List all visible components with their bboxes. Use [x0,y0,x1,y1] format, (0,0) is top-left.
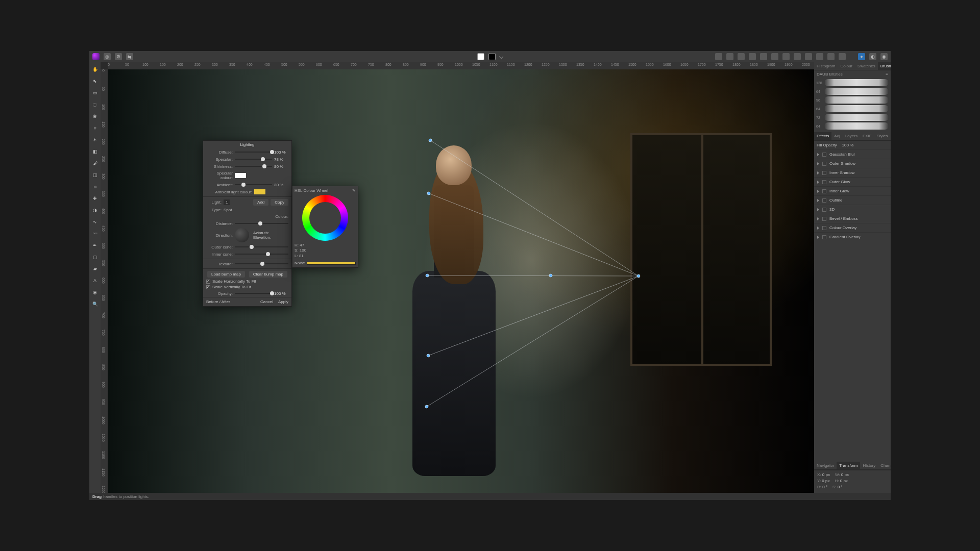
hsl-colour-popup[interactable]: HSL Colour Wheel ✎ H: 47 S: 100 L: 81 No… [292,186,358,268]
transform-x[interactable]: 0 px [822,472,830,477]
effect-checkbox[interactable] [822,198,826,203]
effect-checkbox[interactable] [822,235,826,239]
effect-checkbox[interactable] [822,208,826,212]
ambient-slider[interactable] [235,182,272,187]
boolean-1-icon[interactable] [749,53,756,60]
direction-dial[interactable] [235,228,249,242]
effect--d[interactable]: 3D [814,205,891,214]
effect-inner-shadow[interactable]: Inner Shadow [814,168,891,177]
color-tool[interactable]: ◉ [91,288,99,296]
paint-tool[interactable]: 🖌 [91,159,99,167]
before-after-toggle[interactable]: Before / After [206,299,230,304]
tab-layers[interactable]: Layers [843,132,860,140]
effect-checkbox[interactable] [822,162,826,166]
brush-preset[interactable]: 64 [816,88,889,95]
effect-colour-overlay[interactable]: Colour Overlay [814,223,891,232]
light-index-value[interactable]: 1 [224,199,230,205]
app-icon[interactable] [92,53,100,60]
light-handle[interactable] [427,354,430,357]
distance-slider[interactable] [235,221,288,226]
settings-icon[interactable]: ⚙ [115,53,122,60]
copy-light-button[interactable]: Copy [271,199,288,206]
ambient-value[interactable]: 20 % [274,183,288,187]
boolean-7-icon[interactable] [816,53,823,60]
boolean-4-icon[interactable] [782,53,790,60]
specular-slider[interactable] [235,157,272,162]
effect-checkbox[interactable] [822,217,826,221]
load-bump-button[interactable]: Load bump map [207,271,245,278]
tab-navigator[interactable]: Navigator [814,462,837,469]
diffuse-value[interactable]: 100 % [274,150,288,155]
gradient-tool[interactable]: ◧ [91,147,99,156]
tab-exif[interactable]: EXIF [860,132,874,140]
tab-brushes[interactable]: Brushes [878,62,891,70]
opacity-slider[interactable] [235,291,272,296]
scale-h-check[interactable]: Scale Horizontally To Fit [203,279,291,284]
tab-history[interactable]: History [860,462,878,469]
lasso-tool[interactable]: ◌ [91,101,99,109]
distribute-icon[interactable] [738,53,745,60]
outer-cone-slider[interactable] [235,244,288,249]
diffuse-slider[interactable] [235,149,272,155]
lighting-dialog[interactable]: Lighting Diffuse:100 %Specular:78 %Shini… [203,140,292,307]
effect-gaussian-blur[interactable]: Gaussian Blur [814,149,891,159]
fill-opacity-value[interactable]: 100 % [842,143,854,147]
light-type-select[interactable]: Spot [224,208,288,212]
move-tool[interactable]: ⬉ [91,77,99,85]
effect-outer-shadow[interactable]: Outer Shadow [814,159,891,168]
sync-icon[interactable]: ◉ [880,53,888,60]
crop-tool[interactable]: ⌗ [91,124,99,132]
boolean-3-icon[interactable] [771,53,778,60]
flood-tool[interactable]: ❀ [91,112,99,120]
effect-checkbox[interactable] [822,189,826,193]
add-light-button[interactable]: Add [253,199,268,206]
hsl-l-value[interactable]: 81 [299,254,304,258]
tab-styles[interactable]: Styles [874,132,891,140]
heal-tool[interactable]: ✚ [91,194,99,203]
align-h-icon[interactable] [715,53,722,60]
hsl-s-value[interactable]: 100 [300,248,306,253]
light-handle[interactable] [429,139,432,142]
boolean-5-icon[interactable] [794,53,801,60]
effect-gradient-overlay[interactable]: Gradient Overlay [814,232,891,241]
apply-button[interactable]: Apply [278,299,288,304]
effect-inner-glow[interactable]: Inner Glow [814,186,891,195]
inner-cone-slider[interactable] [235,252,288,257]
text-tool[interactable]: A [91,277,99,285]
zoom-tool[interactable]: 🔍 [91,300,99,308]
shininess-slider[interactable] [235,164,272,169]
assistant-icon[interactable]: ● [858,53,865,60]
brush-preset[interactable]: 72 [816,114,889,121]
clone-tool[interactable]: ⌾ [91,183,99,191]
ambient-colour-swatch[interactable] [254,189,265,194]
brush-preset[interactable]: 128 [816,79,889,86]
shininess-value[interactable]: 80 % [274,164,288,169]
tab-adj[interactable]: Adj [831,132,843,140]
foreground-picker-icon[interactable] [477,53,484,60]
light-handle[interactable] [426,274,429,277]
shape-tool[interactable]: ▢ [91,253,99,261]
clear-bump-button[interactable]: Clear bump map [249,271,287,278]
selection-tool[interactable]: ▭ [91,89,99,97]
tab-transform[interactable]: Transform [837,462,860,469]
hsl-wheel[interactable] [302,195,348,241]
boolean-8-icon[interactable] [827,53,835,60]
eraser-tool[interactable]: ◫ [91,171,99,179]
cancel-button[interactable]: Cancel [260,299,273,304]
hsl-h-value[interactable]: 47 [300,243,304,247]
background-picker-icon[interactable] [488,53,496,60]
picker-chevron-icon[interactable] [499,55,503,59]
center-icon[interactable] [726,53,733,60]
opacity-value[interactable]: 100 % [274,291,288,296]
pen-tool[interactable]: ✒ [91,241,99,249]
light-handle[interactable] [549,274,552,277]
transform-r[interactable]: 0 ° [822,485,827,489]
effect-checkbox[interactable] [822,226,826,230]
hand-tool[interactable]: ✋ [91,65,99,73]
brush-preset[interactable]: 96 [816,96,889,104]
transform-w[interactable]: 0 px [841,472,849,477]
smudge-tool[interactable]: 〰 [91,230,99,238]
tab-effects[interactable]: Effects [814,132,831,140]
document-menu-icon[interactable]: ◎ [104,53,111,60]
dodge-tool[interactable]: ◑ [91,206,99,214]
